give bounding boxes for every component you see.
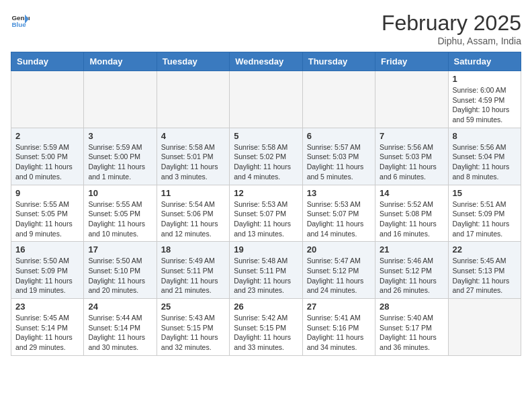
calendar-table: SundayMondayTuesdayWednesdayThursdayFrid…	[11, 52, 521, 356]
day-number: 21	[380, 244, 443, 255]
calendar-cell: 26Sunrise: 5:42 AM Sunset: 5:15 PM Dayli…	[230, 299, 302, 356]
calendar-cell: 5Sunrise: 5:58 AM Sunset: 5:02 PM Daylig…	[230, 128, 302, 185]
day-info: Sunrise: 5:51 AM Sunset: 5:09 PM Dayligh…	[453, 199, 517, 239]
day-number: 10	[88, 188, 152, 198]
weekday-header-friday: Friday	[375, 52, 448, 71]
day-number: 28	[380, 302, 443, 312]
day-info: Sunrise: 5:50 AM Sunset: 5:09 PM Dayligh…	[15, 256, 79, 295]
weekday-header-monday: Monday	[84, 52, 157, 71]
calendar-cell: 25Sunrise: 5:43 AM Sunset: 5:15 PM Dayli…	[157, 299, 229, 356]
calendar-cell: 28Sunrise: 5:40 AM Sunset: 5:17 PM Dayli…	[375, 299, 448, 356]
calendar-cell: 10Sunrise: 5:55 AM Sunset: 5:05 PM Dayli…	[84, 185, 157, 242]
logo: General Blue	[11, 11, 30, 30]
day-info: Sunrise: 5:46 AM Sunset: 5:12 PM Dayligh…	[380, 256, 443, 295]
page-header: General Blue February 2025 Diphu, Assam,…	[11, 11, 521, 46]
day-info: Sunrise: 5:50 AM Sunset: 5:10 PM Dayligh…	[88, 256, 152, 295]
day-info: Sunrise: 5:43 AM Sunset: 5:15 PM Dayligh…	[161, 313, 225, 353]
calendar-cell: 15Sunrise: 5:51 AM Sunset: 5:09 PM Dayli…	[448, 185, 521, 242]
day-number: 6	[307, 131, 371, 141]
calendar-cell: 9Sunrise: 5:55 AM Sunset: 5:05 PM Daylig…	[11, 185, 84, 242]
calendar-cell: 16Sunrise: 5:50 AM Sunset: 5:09 PM Dayli…	[11, 242, 84, 299]
calendar-cell: 27Sunrise: 5:41 AM Sunset: 5:16 PM Dayli…	[302, 299, 375, 356]
calendar-week-row: 1Sunrise: 6:00 AM Sunset: 4:59 PM Daylig…	[11, 71, 521, 128]
calendar-cell: 17Sunrise: 5:50 AM Sunset: 5:10 PM Dayli…	[84, 242, 157, 299]
day-number: 4	[161, 131, 225, 141]
calendar-week-row: 23Sunrise: 5:45 AM Sunset: 5:14 PM Dayli…	[11, 299, 521, 356]
weekday-header-thursday: Thursday	[302, 52, 375, 71]
day-info: Sunrise: 5:48 AM Sunset: 5:11 PM Dayligh…	[234, 256, 298, 295]
calendar-week-row: 2Sunrise: 5:59 AM Sunset: 5:00 PM Daylig…	[11, 128, 521, 185]
day-number: 26	[234, 302, 298, 312]
day-number: 2	[15, 131, 79, 141]
month-year-title: February 2025	[382, 11, 521, 36]
day-number: 13	[307, 188, 371, 198]
day-number: 14	[380, 188, 443, 198]
day-number: 25	[161, 302, 225, 312]
day-info: Sunrise: 5:56 AM Sunset: 5:04 PM Dayligh…	[453, 142, 517, 182]
day-number: 23	[15, 302, 79, 312]
day-info: Sunrise: 5:45 AM Sunset: 5:13 PM Dayligh…	[453, 256, 517, 295]
calendar-cell: 21Sunrise: 5:46 AM Sunset: 5:12 PM Dayli…	[375, 242, 448, 299]
header-right: February 2025 Diphu, Assam, India	[382, 11, 521, 46]
day-number: 11	[161, 188, 225, 198]
day-number: 12	[234, 188, 298, 198]
calendar-cell	[11, 71, 84, 128]
calendar-cell: 14Sunrise: 5:52 AM Sunset: 5:08 PM Dayli…	[375, 185, 448, 242]
day-info: Sunrise: 5:41 AM Sunset: 5:16 PM Dayligh…	[307, 313, 371, 353]
svg-text:Blue: Blue	[11, 21, 26, 28]
day-number: 27	[307, 302, 371, 312]
day-info: Sunrise: 5:57 AM Sunset: 5:03 PM Dayligh…	[307, 142, 371, 182]
day-number: 5	[234, 131, 298, 141]
day-info: Sunrise: 5:58 AM Sunset: 5:02 PM Dayligh…	[234, 142, 298, 182]
calendar-cell: 20Sunrise: 5:47 AM Sunset: 5:12 PM Dayli…	[302, 242, 375, 299]
day-info: Sunrise: 5:52 AM Sunset: 5:08 PM Dayligh…	[380, 199, 443, 239]
weekday-header-tuesday: Tuesday	[157, 52, 229, 71]
day-info: Sunrise: 6:00 AM Sunset: 4:59 PM Dayligh…	[453, 85, 517, 125]
day-info: Sunrise: 5:47 AM Sunset: 5:12 PM Dayligh…	[307, 256, 371, 295]
day-number: 18	[161, 244, 225, 255]
calendar-cell: 4Sunrise: 5:58 AM Sunset: 5:01 PM Daylig…	[157, 128, 229, 185]
day-number: 8	[453, 131, 517, 141]
day-info: Sunrise: 5:42 AM Sunset: 5:15 PM Dayligh…	[234, 313, 298, 353]
day-number: 9	[15, 188, 79, 198]
day-number: 17	[88, 244, 152, 255]
logo-icon: General Blue	[11, 11, 30, 30]
day-info: Sunrise: 5:49 AM Sunset: 5:11 PM Dayligh…	[161, 256, 225, 295]
weekday-header-sunday: Sunday	[11, 52, 84, 71]
calendar-cell	[84, 71, 157, 128]
day-info: Sunrise: 5:53 AM Sunset: 5:07 PM Dayligh…	[234, 199, 298, 239]
day-number: 15	[453, 188, 517, 198]
day-number: 20	[307, 244, 371, 255]
day-info: Sunrise: 5:45 AM Sunset: 5:14 PM Dayligh…	[15, 313, 79, 353]
day-number: 1	[453, 74, 517, 84]
day-info: Sunrise: 5:55 AM Sunset: 5:05 PM Dayligh…	[15, 199, 79, 239]
calendar-cell: 6Sunrise: 5:57 AM Sunset: 5:03 PM Daylig…	[302, 128, 375, 185]
day-info: Sunrise: 5:59 AM Sunset: 5:00 PM Dayligh…	[88, 142, 152, 182]
day-number: 22	[453, 244, 517, 255]
weekday-header-row: SundayMondayTuesdayWednesdayThursdayFrid…	[11, 52, 521, 71]
calendar-cell: 12Sunrise: 5:53 AM Sunset: 5:07 PM Dayli…	[230, 185, 302, 242]
calendar-cell	[375, 71, 448, 128]
calendar-week-row: 9Sunrise: 5:55 AM Sunset: 5:05 PM Daylig…	[11, 185, 521, 242]
calendar-cell: 24Sunrise: 5:44 AM Sunset: 5:14 PM Dayli…	[84, 299, 157, 356]
calendar-cell: 23Sunrise: 5:45 AM Sunset: 5:14 PM Dayli…	[11, 299, 84, 356]
weekday-header-saturday: Saturday	[448, 52, 521, 71]
calendar-week-row: 16Sunrise: 5:50 AM Sunset: 5:09 PM Dayli…	[11, 242, 521, 299]
calendar-cell: 3Sunrise: 5:59 AM Sunset: 5:00 PM Daylig…	[84, 128, 157, 185]
calendar-cell: 2Sunrise: 5:59 AM Sunset: 5:00 PM Daylig…	[11, 128, 84, 185]
location-subtitle: Diphu, Assam, India	[382, 36, 521, 46]
calendar-cell	[230, 71, 302, 128]
calendar-cell: 19Sunrise: 5:48 AM Sunset: 5:11 PM Dayli…	[230, 242, 302, 299]
day-info: Sunrise: 5:53 AM Sunset: 5:07 PM Dayligh…	[307, 199, 371, 239]
day-info: Sunrise: 5:54 AM Sunset: 5:06 PM Dayligh…	[161, 199, 225, 239]
day-number: 24	[88, 302, 152, 312]
calendar-cell	[157, 71, 229, 128]
day-info: Sunrise: 5:56 AM Sunset: 5:03 PM Dayligh…	[380, 142, 443, 182]
calendar-cell: 1Sunrise: 6:00 AM Sunset: 4:59 PM Daylig…	[448, 71, 521, 128]
day-number: 16	[15, 244, 79, 255]
day-info: Sunrise: 5:55 AM Sunset: 5:05 PM Dayligh…	[88, 199, 152, 239]
day-info: Sunrise: 5:40 AM Sunset: 5:17 PM Dayligh…	[380, 313, 443, 353]
day-info: Sunrise: 5:44 AM Sunset: 5:14 PM Dayligh…	[88, 313, 152, 353]
day-info: Sunrise: 5:58 AM Sunset: 5:01 PM Dayligh…	[161, 142, 225, 182]
day-number: 19	[234, 244, 298, 255]
